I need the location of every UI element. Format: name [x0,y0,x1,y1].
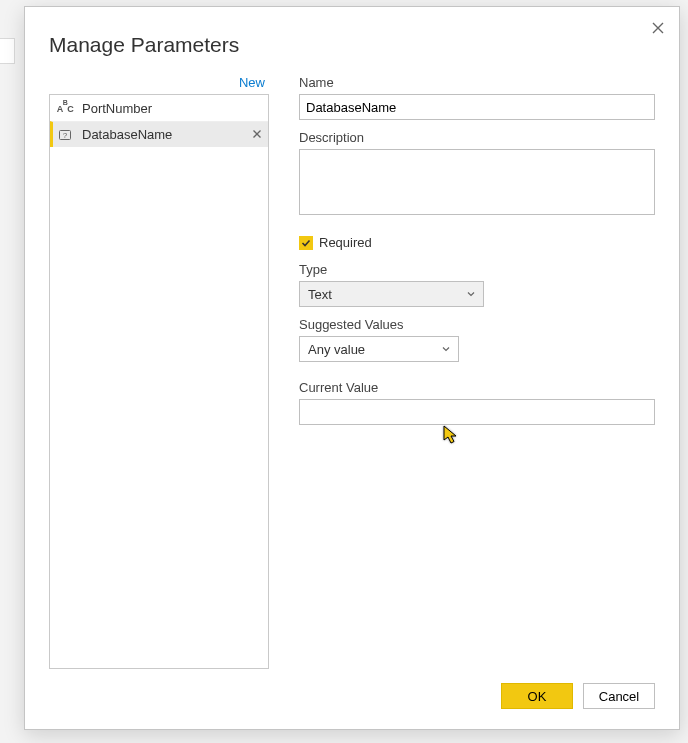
delete-parameter-button[interactable] [252,128,262,142]
type-select[interactable]: Text [299,281,484,307]
manage-parameters-dialog: Manage Parameters New ABCPortNumber?Data… [24,6,680,730]
chevron-down-icon [442,345,450,353]
ok-button[interactable]: OK [501,683,573,709]
parameter-list: ABCPortNumber?DatabaseName [49,94,269,669]
type-label: Type [299,262,655,277]
parameter-item-label: DatabaseName [82,127,252,142]
required-row: Required [299,235,655,250]
required-label: Required [319,235,372,250]
close-icon [651,21,665,35]
parameter-list-item[interactable]: ?DatabaseName [50,121,268,147]
close-icon [252,129,262,139]
suggested-values-label: Suggested Values [299,317,655,332]
dialog-body: New ABCPortNumber?DatabaseName Name Desc… [49,75,655,669]
required-checkbox[interactable] [299,236,313,250]
cancel-button[interactable]: Cancel [583,683,655,709]
parameter-item-label: PortNumber [82,101,262,116]
text-type-icon: ABC [56,102,74,114]
chevron-down-icon [467,290,475,298]
description-label: Description [299,130,655,145]
parameters-sidebar: New ABCPortNumber?DatabaseName [49,75,269,669]
dialog-title: Manage Parameters [49,33,655,57]
description-input[interactable] [299,149,655,215]
current-value-label: Current Value [299,380,655,395]
parameter-list-item[interactable]: ABCPortNumber [50,95,268,121]
background-window-fragment [0,38,15,64]
new-parameter-link[interactable]: New [49,75,269,94]
current-value-input[interactable] [299,399,655,425]
suggested-values-select-value: Any value [308,342,365,357]
suggested-values-select[interactable]: Any value [299,336,459,362]
name-input[interactable] [299,94,655,120]
parameter-icon: ? [56,128,74,142]
svg-text:?: ? [63,131,68,140]
check-icon [301,238,311,248]
parameter-form: Name Description Required Type Text Sugg… [299,75,655,669]
dialog-footer: OK Cancel [49,669,655,709]
name-label: Name [299,75,655,90]
close-button[interactable] [651,21,665,35]
type-select-value: Text [308,287,332,302]
